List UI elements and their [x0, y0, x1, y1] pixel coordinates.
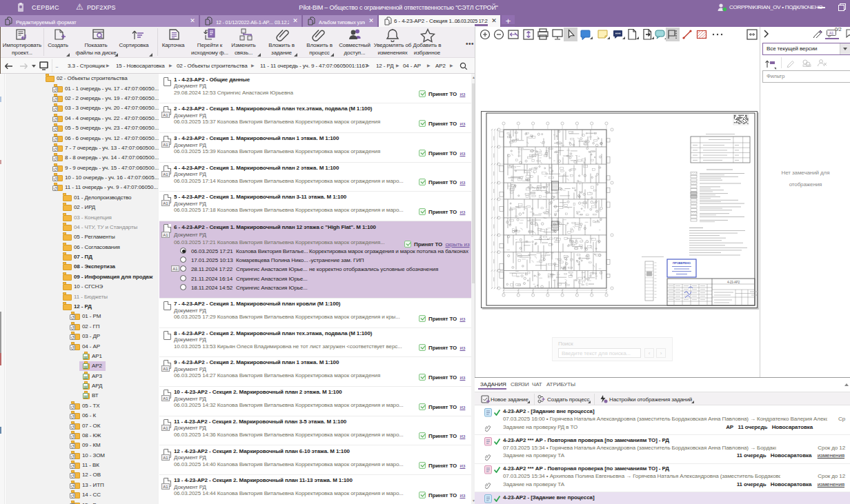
svg-text:4-23-АР2: 4-23-АР2: [727, 281, 740, 284]
svg-text:A1: A1: [829, 31, 833, 35]
svg-text:ПРОВЕРЕНО: ПРОВЕРЕНО: [673, 261, 691, 265]
